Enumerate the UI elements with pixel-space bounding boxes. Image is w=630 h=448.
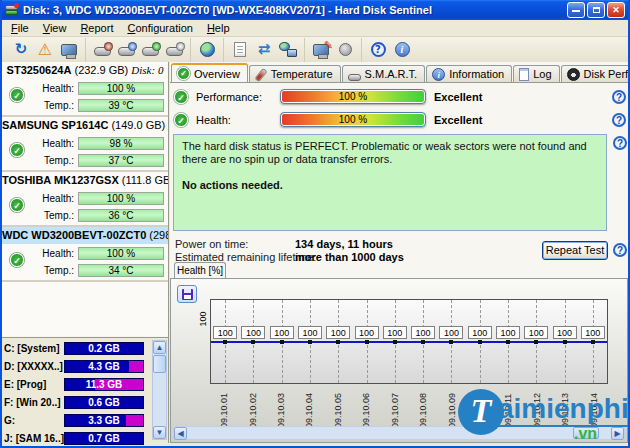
help-icon[interactable]: ? bbox=[612, 113, 626, 127]
partition-row[interactable]: D: [XXXXX..] 4.3 GB bbox=[4, 359, 166, 374]
tab[interactable]: Temperature bbox=[249, 65, 341, 82]
maximize-button[interactable] bbox=[587, 2, 605, 18]
titlebar: Disk: 3, WDC WD3200BEVT-00ZCT0 [WD-WXE40… bbox=[2, 0, 628, 20]
tab-icon: i bbox=[432, 68, 445, 81]
disk-search-icon[interactable] bbox=[162, 39, 186, 61]
scrollbar-thumb[interactable] bbox=[573, 427, 599, 439]
ok-icon: ✓ bbox=[174, 113, 188, 127]
status-box: The hard disk status is PERFECT. Problem… bbox=[173, 134, 607, 231]
disk-title: ST3250624A (232.9 GB) Disk: 0 bbox=[2, 62, 168, 79]
partition-label: J: [SAM 16..] bbox=[4, 433, 64, 444]
world-disk-icon[interactable] bbox=[195, 39, 219, 61]
partition-row[interactable]: F: [Win 20..] 0.6 GB bbox=[4, 395, 166, 410]
partition-row[interactable]: G: 3.3 GB bbox=[4, 413, 166, 428]
health-label: Health: bbox=[32, 248, 78, 259]
disk-list: ST3250624A (232.9 GB) Disk: 0 ✓ Health: … bbox=[2, 62, 168, 336]
disk-item[interactable]: WDC WD3200BEVT-00ZCT0 (298 ✓ Health: 100… bbox=[2, 227, 168, 282]
disk-item[interactable]: ST3250624A (232.9 GB) Disk: 0 ✓ Health: … bbox=[2, 62, 168, 117]
temp-label: Temp.: bbox=[32, 100, 78, 111]
disk-temperature-icon[interactable] bbox=[114, 39, 138, 61]
status-text: The hard disk status is PERFECT. Problem… bbox=[182, 140, 598, 166]
x-axis-label: 09.10.04 bbox=[295, 386, 323, 428]
point-value: 100 bbox=[270, 326, 294, 339]
health-label: Health: bbox=[196, 114, 280, 126]
temp-bar: 37 °C bbox=[78, 154, 164, 167]
partition-label: E: [Prog] bbox=[4, 379, 64, 390]
menu-item[interactable]: Help bbox=[200, 21, 237, 35]
info-icon[interactable]: i bbox=[390, 39, 414, 61]
tab-icon bbox=[255, 68, 267, 81]
main-panel: ✓ Overview Temperature S.M.A.R.T. i Info… bbox=[170, 62, 630, 443]
scroll-down-icon[interactable]: ▼ bbox=[153, 426, 166, 439]
scroll-up-icon[interactable]: ▲ bbox=[153, 341, 166, 354]
x-axis-label: 09.10.07 bbox=[381, 386, 409, 428]
health-rating: Excellent bbox=[434, 114, 612, 126]
point-value: 100 bbox=[553, 326, 577, 339]
disk-item[interactable]: TOSHIBA MK1237GSX (111.8 GB) ✓ Health: 1… bbox=[2, 172, 168, 227]
menu-item[interactable]: File bbox=[4, 21, 36, 35]
tab[interactable]: Log bbox=[513, 65, 559, 82]
disk-health-icon[interactable] bbox=[138, 39, 162, 61]
point-marker bbox=[534, 340, 538, 344]
tab-icon bbox=[519, 68, 529, 81]
partition-scrollbar[interactable]: ▲ ▼ bbox=[152, 340, 167, 440]
refresh-icon[interactable]: ↻ bbox=[9, 39, 33, 61]
sync-icon[interactable]: ⇄ bbox=[252, 39, 276, 61]
menu-item[interactable]: Configuration bbox=[120, 21, 199, 35]
monitor-disk-icon[interactable] bbox=[57, 39, 81, 61]
save-chart-button[interactable] bbox=[177, 285, 197, 303]
point-marker bbox=[251, 340, 255, 344]
help-icon[interactable]: ? bbox=[613, 243, 627, 257]
partition-row[interactable]: C: [System] 0.2 GB bbox=[4, 341, 166, 356]
tab[interactable]: ✓ Overview bbox=[171, 63, 248, 82]
help-icon[interactable]: ? bbox=[613, 136, 627, 150]
partition-size: 0.6 GB bbox=[65, 397, 143, 408]
health-meter: 100 % bbox=[280, 112, 426, 127]
disk-performance-icon[interactable] bbox=[90, 39, 114, 61]
performance-meter: 100 % bbox=[280, 89, 426, 104]
point-value: 100 bbox=[439, 326, 463, 339]
x-axis-label: 09.10.03 bbox=[267, 386, 295, 428]
disk-item[interactable]: SAMSUNG SP1614C (149.0 GB) Di ✓ Health: … bbox=[2, 117, 168, 172]
register-icon[interactable]: ✎ bbox=[309, 39, 333, 61]
x-axis-label: 09.10.05 bbox=[324, 386, 352, 428]
warning-icon[interactable]: ⚠ bbox=[33, 39, 57, 61]
x-axis-label: 09.10.12 bbox=[523, 386, 551, 428]
help-icon[interactable]: ? bbox=[612, 90, 626, 104]
app-icon bbox=[5, 3, 19, 17]
point-value: 100 bbox=[411, 326, 435, 339]
menu-item[interactable]: Report bbox=[73, 21, 120, 35]
health-chart-tab[interactable]: Health [%] bbox=[174, 262, 226, 278]
partition-row[interactable]: J: [SAM 16..] 0.7 GB bbox=[4, 431, 166, 446]
tab[interactable]: S.M.A.R.T. bbox=[342, 65, 426, 82]
partition-size: 0.2 GB bbox=[65, 343, 143, 354]
chart-scrollbar[interactable]: ◀ ▶ bbox=[173, 426, 625, 440]
partition-size: 11.3 GB bbox=[65, 379, 143, 390]
health-bar: 100 % bbox=[78, 247, 164, 260]
disk-title: WDC WD3200BEVT-00ZCT0 (298 bbox=[2, 227, 168, 244]
tab-icon bbox=[567, 68, 580, 81]
report-icon[interactable] bbox=[228, 39, 252, 61]
scroll-right-icon[interactable]: ▶ bbox=[611, 427, 624, 440]
repeat-test-button[interactable]: Repeat Test bbox=[542, 241, 608, 260]
health-bar: 100 % bbox=[78, 192, 164, 205]
menu-item[interactable]: View bbox=[36, 21, 74, 35]
health-label: Health: bbox=[32, 193, 78, 204]
network-icon[interactable] bbox=[276, 39, 300, 61]
help-icon[interactable]: ? bbox=[366, 39, 390, 61]
scrollbar-thumb[interactable] bbox=[153, 355, 166, 373]
minimize-button[interactable] bbox=[567, 2, 585, 18]
health-chart-panel: 100 100 100 bbox=[170, 278, 628, 443]
point-marker bbox=[506, 340, 510, 344]
temp-bar: 34 °C bbox=[78, 264, 164, 277]
tab[interactable]: i Information bbox=[426, 65, 512, 82]
health-bar: 100 % bbox=[78, 82, 164, 95]
sound-icon[interactable] bbox=[333, 39, 357, 61]
x-axis-label: 09.10.10 bbox=[466, 386, 494, 428]
close-button[interactable]: ✕ bbox=[607, 2, 625, 18]
disk-title: SAMSUNG SP1614C (149.0 GB) Di bbox=[2, 117, 168, 134]
partition-row[interactable]: E: [Prog] 11.3 GB bbox=[4, 377, 166, 392]
scroll-left-icon[interactable]: ◀ bbox=[174, 427, 187, 440]
partition-label: D: [XXXXX..] bbox=[4, 361, 64, 372]
tab[interactable]: Disk Performance bbox=[561, 65, 630, 82]
